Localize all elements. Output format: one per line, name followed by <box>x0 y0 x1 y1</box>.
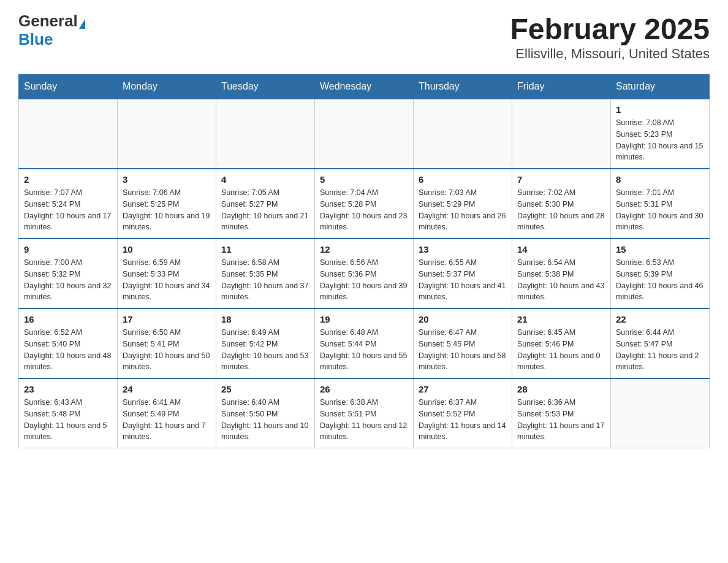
calendar-cell <box>512 99 611 169</box>
page-header: General Blue February 2025 Ellisville, M… <box>18 12 710 62</box>
day-number: 3 <box>123 174 211 185</box>
day-number: 6 <box>419 174 507 185</box>
day-number: 7 <box>517 174 605 185</box>
calendar-cell: 12Sunrise: 6:56 AMSunset: 5:36 PMDayligh… <box>315 239 414 308</box>
calendar-cell: 1Sunrise: 7:08 AMSunset: 5:23 PMDaylight… <box>611 99 710 169</box>
day-info: Sunrise: 7:05 AMSunset: 5:27 PMDaylight:… <box>221 187 309 233</box>
calendar-cell: 2Sunrise: 7:07 AMSunset: 5:24 PMDaylight… <box>19 169 118 239</box>
calendar-cell: 22Sunrise: 6:44 AMSunset: 5:47 PMDayligh… <box>611 308 710 378</box>
day-info: Sunrise: 6:59 AMSunset: 5:33 PMDaylight:… <box>123 257 211 303</box>
day-number: 25 <box>221 384 309 394</box>
day-info: Sunrise: 6:54 AMSunset: 5:38 PMDaylight:… <box>517 257 605 303</box>
day-info: Sunrise: 6:40 AMSunset: 5:50 PMDaylight:… <box>221 397 309 443</box>
calendar-cell: 4Sunrise: 7:05 AMSunset: 5:27 PMDaylight… <box>216 169 315 239</box>
calendar-cell: 17Sunrise: 6:50 AMSunset: 5:41 PMDayligh… <box>118 308 216 378</box>
day-info: Sunrise: 7:08 AMSunset: 5:23 PMDaylight:… <box>616 117 704 163</box>
day-number: 15 <box>616 244 704 255</box>
day-info: Sunrise: 6:37 AMSunset: 5:52 PMDaylight:… <box>419 397 507 443</box>
day-number: 5 <box>320 174 408 185</box>
calendar-cell: 7Sunrise: 7:02 AMSunset: 5:30 PMDaylight… <box>512 169 611 239</box>
day-info: Sunrise: 6:52 AMSunset: 5:40 PMDaylight:… <box>24 327 112 373</box>
day-info: Sunrise: 7:00 AMSunset: 5:32 PMDaylight:… <box>24 257 112 303</box>
calendar-cell <box>414 99 512 169</box>
calendar-cell: 25Sunrise: 6:40 AMSunset: 5:50 PMDayligh… <box>216 378 315 448</box>
calendar-cell: 11Sunrise: 6:58 AMSunset: 5:35 PMDayligh… <box>216 239 315 308</box>
day-number: 1 <box>616 104 704 115</box>
calendar-cell: 15Sunrise: 6:53 AMSunset: 5:39 PMDayligh… <box>611 239 710 308</box>
day-number: 8 <box>616 174 704 185</box>
calendar-cell: 10Sunrise: 6:59 AMSunset: 5:33 PMDayligh… <box>118 239 216 308</box>
day-info: Sunrise: 7:07 AMSunset: 5:24 PMDaylight:… <box>24 187 112 233</box>
day-number: 20 <box>419 314 507 324</box>
calendar-cell: 19Sunrise: 6:48 AMSunset: 5:44 PMDayligh… <box>315 308 414 378</box>
calendar-cell: 16Sunrise: 6:52 AMSunset: 5:40 PMDayligh… <box>19 308 118 378</box>
logo-blue-text: Blue <box>18 30 53 48</box>
day-info: Sunrise: 6:53 AMSunset: 5:39 PMDaylight:… <box>616 257 704 303</box>
day-number: 21 <box>517 314 605 324</box>
calendar-title: February 2025 <box>510 12 710 46</box>
calendar-cell: 6Sunrise: 7:03 AMSunset: 5:29 PMDaylight… <box>414 169 512 239</box>
logo: General Blue <box>18 12 85 49</box>
day-number: 11 <box>221 244 309 255</box>
week-row-1: 1Sunrise: 7:08 AMSunset: 5:23 PMDaylight… <box>19 99 710 169</box>
calendar-cell <box>19 99 118 169</box>
day-info: Sunrise: 6:41 AMSunset: 5:49 PMDaylight:… <box>123 397 211 443</box>
day-number: 26 <box>320 384 408 394</box>
calendar-header: SundayMondayTuesdayWednesdayThursdayFrid… <box>19 75 710 99</box>
col-header-saturday: Saturday <box>611 75 710 99</box>
calendar-cell: 9Sunrise: 7:00 AMSunset: 5:32 PMDaylight… <box>19 239 118 308</box>
day-number: 13 <box>419 244 507 255</box>
calendar-cell: 28Sunrise: 6:36 AMSunset: 5:53 PMDayligh… <box>512 378 611 448</box>
logo-triangle-icon <box>79 19 85 29</box>
calendar-cell: 21Sunrise: 6:45 AMSunset: 5:46 PMDayligh… <box>512 308 611 378</box>
day-number: 23 <box>24 384 112 394</box>
day-info: Sunrise: 6:47 AMSunset: 5:45 PMDaylight:… <box>419 327 507 373</box>
day-info: Sunrise: 7:06 AMSunset: 5:25 PMDaylight:… <box>123 187 211 233</box>
day-info: Sunrise: 6:55 AMSunset: 5:37 PMDaylight:… <box>419 257 507 303</box>
day-info: Sunrise: 6:50 AMSunset: 5:41 PMDaylight:… <box>123 327 211 373</box>
col-header-monday: Monday <box>118 75 216 99</box>
week-row-3: 9Sunrise: 7:00 AMSunset: 5:32 PMDaylight… <box>19 239 710 308</box>
day-info: Sunrise: 7:01 AMSunset: 5:31 PMDaylight:… <box>616 187 704 233</box>
col-header-thursday: Thursday <box>414 75 512 99</box>
calendar-cell: 23Sunrise: 6:43 AMSunset: 5:48 PMDayligh… <box>19 378 118 448</box>
day-number: 12 <box>320 244 408 255</box>
day-info: Sunrise: 7:04 AMSunset: 5:28 PMDaylight:… <box>320 187 408 233</box>
day-info: Sunrise: 6:48 AMSunset: 5:44 PMDaylight:… <box>320 327 408 373</box>
calendar-cell: 24Sunrise: 6:41 AMSunset: 5:49 PMDayligh… <box>118 378 216 448</box>
day-info: Sunrise: 6:44 AMSunset: 5:47 PMDaylight:… <box>616 327 704 373</box>
week-row-4: 16Sunrise: 6:52 AMSunset: 5:40 PMDayligh… <box>19 308 710 378</box>
title-block: February 2025 Ellisville, Missouri, Unit… <box>510 12 710 62</box>
calendar-cell: 18Sunrise: 6:49 AMSunset: 5:42 PMDayligh… <box>216 308 315 378</box>
day-number: 4 <box>221 174 309 185</box>
day-info: Sunrise: 7:03 AMSunset: 5:29 PMDaylight:… <box>419 187 507 233</box>
col-header-sunday: Sunday <box>19 75 118 99</box>
day-number: 27 <box>419 384 507 394</box>
calendar-cell <box>216 99 315 169</box>
day-number: 10 <box>123 244 211 255</box>
day-number: 16 <box>24 314 112 324</box>
day-info: Sunrise: 6:45 AMSunset: 5:46 PMDaylight:… <box>517 327 605 373</box>
calendar-subtitle: Ellisville, Missouri, United States <box>510 46 710 62</box>
day-number: 9 <box>24 244 112 255</box>
calendar-cell: 5Sunrise: 7:04 AMSunset: 5:28 PMDaylight… <box>315 169 414 239</box>
col-header-tuesday: Tuesday <box>216 75 315 99</box>
day-number: 17 <box>123 314 211 324</box>
calendar-cell: 27Sunrise: 6:37 AMSunset: 5:52 PMDayligh… <box>414 378 512 448</box>
calendar-cell: 3Sunrise: 7:06 AMSunset: 5:25 PMDaylight… <box>118 169 216 239</box>
day-number: 24 <box>123 384 211 394</box>
day-info: Sunrise: 6:38 AMSunset: 5:51 PMDaylight:… <box>320 397 408 443</box>
week-row-2: 2Sunrise: 7:07 AMSunset: 5:24 PMDaylight… <box>19 169 710 239</box>
calendar-cell: 14Sunrise: 6:54 AMSunset: 5:38 PMDayligh… <box>512 239 611 308</box>
day-info: Sunrise: 6:58 AMSunset: 5:35 PMDaylight:… <box>221 257 309 303</box>
calendar-cell: 20Sunrise: 6:47 AMSunset: 5:45 PMDayligh… <box>414 308 512 378</box>
calendar-cell: 8Sunrise: 7:01 AMSunset: 5:31 PMDaylight… <box>611 169 710 239</box>
day-number: 28 <box>517 384 605 394</box>
day-number: 19 <box>320 314 408 324</box>
calendar-cell <box>315 99 414 169</box>
col-header-wednesday: Wednesday <box>315 75 414 99</box>
day-number: 18 <box>221 314 309 324</box>
day-number: 14 <box>517 244 605 255</box>
calendar-table: SundayMondayTuesdayWednesdayThursdayFrid… <box>18 74 710 448</box>
calendar-cell: 13Sunrise: 6:55 AMSunset: 5:37 PMDayligh… <box>414 239 512 308</box>
